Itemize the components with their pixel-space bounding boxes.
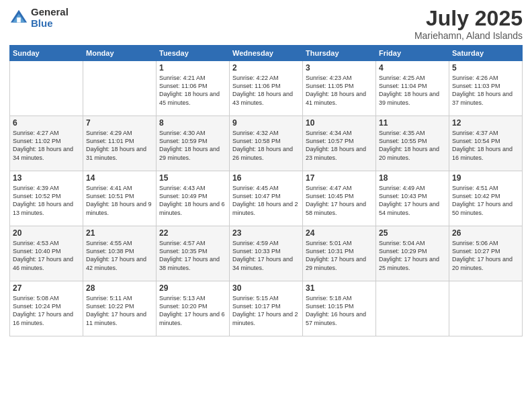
- calendar-body: 1Sunrise: 4:21 AM Sunset: 11:06 PM Dayli…: [10, 61, 523, 336]
- day-number: 24: [306, 228, 373, 238]
- cell-4-2: 29Sunrise: 5:13 AM Sunset: 10:20 PM Dayl…: [157, 281, 230, 336]
- day-content: Sunrise: 5:15 AM Sunset: 10:17 PM Daylig…: [232, 294, 300, 327]
- day-content: Sunrise: 4:45 AM Sunset: 10:47 PM Daylig…: [232, 184, 300, 217]
- cell-0-1: [83, 61, 157, 116]
- col-thursday: Thursday: [303, 46, 376, 61]
- cell-2-3: 16Sunrise: 4:45 AM Sunset: 10:47 PM Dayl…: [230, 171, 303, 226]
- day-number: 22: [159, 228, 226, 238]
- day-number: 8: [159, 118, 226, 128]
- cell-3-4: 24Sunrise: 5:01 AM Sunset: 10:31 PM Dayl…: [303, 226, 376, 281]
- week-row-1: 6Sunrise: 4:27 AM Sunset: 11:02 PM Dayli…: [10, 116, 523, 171]
- logo-text: General Blue: [31, 7, 69, 29]
- cell-2-2: 15Sunrise: 4:43 AM Sunset: 10:49 PM Dayl…: [157, 171, 230, 226]
- logo-general-text: General: [31, 7, 69, 18]
- cell-4-0: 27Sunrise: 5:08 AM Sunset: 10:24 PM Dayl…: [10, 281, 83, 336]
- day-number: 4: [379, 63, 446, 73]
- day-content: Sunrise: 4:35 AM Sunset: 10:55 PM Daylig…: [379, 129, 446, 162]
- header: General Blue July 2025 Mariehamn, Aland …: [9, 7, 523, 41]
- cell-0-4: 3Sunrise: 4:23 AM Sunset: 11:05 PM Dayli…: [303, 61, 376, 116]
- cell-1-6: 12Sunrise: 4:37 AM Sunset: 10:54 PM Dayl…: [449, 116, 523, 171]
- day-content: Sunrise: 5:18 AM Sunset: 10:15 PM Daylig…: [306, 294, 373, 327]
- day-content: Sunrise: 4:30 AM Sunset: 10:59 PM Daylig…: [159, 129, 226, 162]
- day-number: 30: [232, 283, 300, 293]
- logo-icon: [9, 9, 28, 28]
- day-content: Sunrise: 4:57 AM Sunset: 10:35 PM Daylig…: [159, 239, 226, 272]
- day-content: Sunrise: 4:23 AM Sunset: 11:05 PM Daylig…: [306, 74, 373, 107]
- day-content: Sunrise: 4:51 AM Sunset: 10:42 PM Daylig…: [452, 184, 519, 217]
- day-content: Sunrise: 5:11 AM Sunset: 10:22 PM Daylig…: [86, 294, 153, 327]
- day-number: 17: [306, 173, 373, 183]
- cell-1-5: 11Sunrise: 4:35 AM Sunset: 10:55 PM Dayl…: [376, 116, 449, 171]
- day-content: Sunrise: 4:29 AM Sunset: 11:01 PM Daylig…: [86, 129, 153, 162]
- week-row-4: 27Sunrise: 5:08 AM Sunset: 10:24 PM Dayl…: [10, 281, 523, 336]
- col-sunday: Sunday: [10, 46, 83, 61]
- day-number: 1: [159, 63, 226, 73]
- day-content: Sunrise: 4:22 AM Sunset: 11:06 PM Daylig…: [232, 74, 300, 107]
- day-number: 25: [379, 228, 446, 238]
- week-row-0: 1Sunrise: 4:21 AM Sunset: 11:06 PM Dayli…: [10, 61, 523, 116]
- day-content: Sunrise: 4:49 AM Sunset: 10:43 PM Daylig…: [379, 184, 446, 217]
- day-content: Sunrise: 5:06 AM Sunset: 10:27 PM Daylig…: [452, 239, 519, 272]
- calendar-header: Sunday Monday Tuesday Wednesday Thursday…: [10, 46, 523, 61]
- day-number: 26: [452, 228, 519, 238]
- day-number: 5: [452, 63, 519, 73]
- day-content: Sunrise: 4:47 AM Sunset: 10:45 PM Daylig…: [306, 184, 373, 217]
- day-number: 20: [13, 228, 80, 238]
- cell-1-3: 9Sunrise: 4:32 AM Sunset: 10:58 PM Dayli…: [230, 116, 303, 171]
- day-number: 7: [86, 118, 153, 128]
- day-number: 11: [379, 118, 446, 128]
- day-content: Sunrise: 5:08 AM Sunset: 10:24 PM Daylig…: [13, 294, 80, 327]
- title-block: July 2025 Mariehamn, Aland Islands: [414, 7, 523, 41]
- cell-2-4: 17Sunrise: 4:47 AM Sunset: 10:45 PM Dayl…: [303, 171, 376, 226]
- day-number: 21: [86, 228, 153, 238]
- cell-4-3: 30Sunrise: 5:15 AM Sunset: 10:17 PM Dayl…: [230, 281, 303, 336]
- week-row-2: 13Sunrise: 4:39 AM Sunset: 10:52 PM Dayl…: [10, 171, 523, 226]
- day-number: 18: [379, 173, 446, 183]
- cell-4-6: [449, 281, 523, 336]
- cell-3-1: 21Sunrise: 4:55 AM Sunset: 10:38 PM Dayl…: [83, 226, 157, 281]
- day-number: 13: [13, 173, 80, 183]
- day-number: 27: [13, 283, 80, 293]
- day-number: 12: [452, 118, 519, 128]
- day-content: Sunrise: 4:59 AM Sunset: 10:33 PM Daylig…: [232, 239, 300, 272]
- cell-4-5: [376, 281, 449, 336]
- calendar-table: Sunday Monday Tuesday Wednesday Thursday…: [9, 45, 523, 336]
- day-content: Sunrise: 4:26 AM Sunset: 11:03 PM Daylig…: [452, 74, 519, 107]
- cell-0-0: [10, 61, 83, 116]
- cell-1-2: 8Sunrise: 4:30 AM Sunset: 10:59 PM Dayli…: [157, 116, 230, 171]
- logo-blue-text: Blue: [31, 18, 69, 30]
- day-number: 9: [232, 118, 300, 128]
- day-number: 31: [306, 283, 373, 293]
- day-number: 19: [452, 173, 519, 183]
- month-title: July 2025: [414, 7, 523, 30]
- day-content: Sunrise: 4:55 AM Sunset: 10:38 PM Daylig…: [86, 239, 153, 272]
- day-content: Sunrise: 5:04 AM Sunset: 10:29 PM Daylig…: [379, 239, 446, 272]
- day-content: Sunrise: 4:21 AM Sunset: 11:06 PM Daylig…: [159, 74, 226, 107]
- location: Mariehamn, Aland Islands: [414, 30, 523, 41]
- day-number: 28: [86, 283, 153, 293]
- day-number: 3: [306, 63, 373, 73]
- col-tuesday: Tuesday: [157, 46, 230, 61]
- col-wednesday: Wednesday: [230, 46, 303, 61]
- cell-1-4: 10Sunrise: 4:34 AM Sunset: 10:57 PM Dayl…: [303, 116, 376, 171]
- col-friday: Friday: [376, 46, 449, 61]
- cell-0-6: 5Sunrise: 4:26 AM Sunset: 11:03 PM Dayli…: [449, 61, 523, 116]
- cell-3-2: 22Sunrise: 4:57 AM Sunset: 10:35 PM Dayl…: [157, 226, 230, 281]
- day-content: Sunrise: 4:34 AM Sunset: 10:57 PM Daylig…: [306, 129, 373, 162]
- cell-0-2: 1Sunrise: 4:21 AM Sunset: 11:06 PM Dayli…: [157, 61, 230, 116]
- col-saturday: Saturday: [449, 46, 523, 61]
- day-number: 16: [232, 173, 300, 183]
- day-content: Sunrise: 4:43 AM Sunset: 10:49 PM Daylig…: [159, 184, 226, 217]
- cell-2-5: 18Sunrise: 4:49 AM Sunset: 10:43 PM Dayl…: [376, 171, 449, 226]
- day-content: Sunrise: 4:41 AM Sunset: 10:51 PM Daylig…: [86, 184, 153, 217]
- day-content: Sunrise: 4:39 AM Sunset: 10:52 PM Daylig…: [13, 184, 80, 217]
- cell-0-5: 4Sunrise: 4:25 AM Sunset: 11:04 PM Dayli…: [376, 61, 449, 116]
- svg-rect-2: [17, 17, 21, 22]
- day-number: 14: [86, 173, 153, 183]
- cell-1-1: 7Sunrise: 4:29 AM Sunset: 11:01 PM Dayli…: [83, 116, 157, 171]
- cell-3-0: 20Sunrise: 4:53 AM Sunset: 10:40 PM Dayl…: [10, 226, 83, 281]
- cell-2-6: 19Sunrise: 4:51 AM Sunset: 10:42 PM Dayl…: [449, 171, 523, 226]
- day-number: 29: [159, 283, 226, 293]
- day-content: Sunrise: 5:01 AM Sunset: 10:31 PM Daylig…: [306, 239, 373, 272]
- header-row: Sunday Monday Tuesday Wednesday Thursday…: [10, 46, 523, 61]
